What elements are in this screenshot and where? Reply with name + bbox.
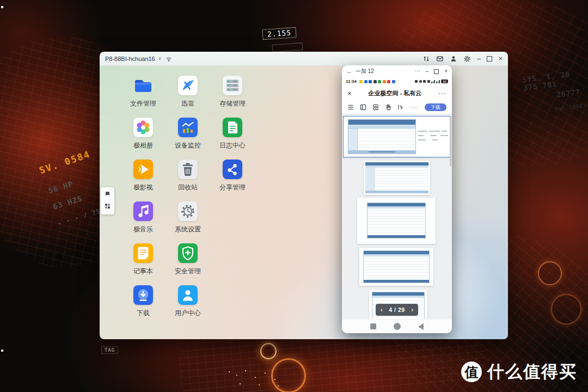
- app-grid: 文件管理迅雷存储管理极相册设备监控日志中心极影视回收站分享管理极音乐系统设置记事…: [121, 76, 255, 318]
- app-label: 用户中心: [175, 309, 201, 318]
- app-label: 极相册: [133, 141, 153, 150]
- minimize-button[interactable]: –: [477, 55, 481, 62]
- table-merged-column: [348, 128, 358, 150]
- bird-icon: [178, 76, 198, 95]
- folder-icon: [133, 76, 153, 95]
- doc-page-thumbnail[interactable]: [357, 198, 436, 244]
- phone-window-titlebar: ← 一加 12 ··· – ×: [342, 65, 452, 77]
- next-page-icon[interactable]: ›: [411, 307, 413, 313]
- close-button[interactable]: ×: [498, 55, 503, 62]
- notepad-icon: [133, 243, 153, 263]
- app-shortcut-share[interactable]: 分享管理: [210, 160, 255, 192]
- back-button[interactable]: [418, 323, 424, 330]
- doc-page-current[interactable]: [343, 116, 451, 157]
- gear-icon[interactable]: [463, 55, 471, 63]
- app-label: 日志中心: [219, 141, 246, 150]
- flower-icon: [133, 118, 153, 137]
- corner-dot: [1, 6, 3, 8]
- phone-mirror-window: ← 一加 12 ··· – × 11:34 93 × 企业极空间 - 私有云 ·…: [342, 65, 452, 333]
- watermark-brand: 什么值得买: [487, 360, 577, 383]
- trash-icon: [178, 160, 198, 179]
- app-label: 极音乐: [133, 225, 153, 234]
- app-label: 分享管理: [219, 183, 246, 192]
- app-shortcut-chart[interactable]: 设备监控: [166, 118, 210, 150]
- table-overflow-text: [418, 135, 424, 136]
- more-menu-icon[interactable]: ···: [438, 89, 446, 97]
- table-overflow-text: [418, 139, 426, 140]
- home-button[interactable]: [394, 323, 401, 330]
- app-shortcut-download[interactable]: 下载: [121, 285, 166, 318]
- phone-statusbar: 11:34 93: [342, 77, 452, 85]
- back-arrow-icon[interactable]: ←: [346, 68, 352, 75]
- page-number-label: 4 / 29: [389, 307, 405, 313]
- download-icon: [133, 285, 153, 305]
- app-shortcut-play[interactable]: 极影视: [121, 160, 166, 192]
- site-watermark: 值 什么值得买: [461, 360, 577, 383]
- user-icon: [178, 285, 198, 305]
- scrollbar[interactable]: [450, 116, 451, 166]
- maximize-button[interactable]: [487, 56, 492, 62]
- app-shortcut-trash[interactable]: 回收站: [166, 160, 210, 192]
- app-shortcut-gear[interactable]: 系统设置: [166, 201, 210, 234]
- minimize-button[interactable]: –: [426, 69, 429, 74]
- more-menu-icon[interactable]: ···: [415, 69, 420, 74]
- app-grid-icon[interactable]: [103, 202, 112, 212]
- app-shortcut-bird[interactable]: 迅雷: [166, 76, 210, 108]
- table-overflow-text: [418, 131, 427, 132]
- gear-icon: [178, 201, 198, 221]
- app-shortcut-note[interactable]: 极音乐: [121, 201, 166, 234]
- outline-menu-icon[interactable]: [347, 104, 354, 111]
- close-icon[interactable]: ×: [347, 89, 352, 97]
- message-icon[interactable]: [436, 55, 444, 63]
- app-label: 文件管理: [130, 99, 156, 108]
- app-shortcut-shield[interactable]: 安全管理: [166, 243, 210, 276]
- account-icon[interactable]: [450, 55, 457, 63]
- select-cursor-icon[interactable]: [397, 104, 404, 111]
- shield-icon: [178, 243, 198, 263]
- app-shortcut-flower[interactable]: 极相册: [121, 118, 166, 150]
- transfer-icon[interactable]: [422, 55, 430, 63]
- document-page-list[interactable]: ‹ 4 / 29 ›: [342, 114, 452, 319]
- app-shortcut-server[interactable]: 存储管理: [210, 76, 255, 108]
- toolbar-more-icon[interactable]: ···: [411, 104, 419, 111]
- doc-search-icon[interactable]: [372, 104, 379, 111]
- desktop-side-tab[interactable]: [101, 187, 114, 215]
- chart-icon: [178, 118, 198, 137]
- clock-time: 11:34: [346, 79, 357, 84]
- hand-pan-icon[interactable]: [385, 104, 391, 111]
- app-shortcut-user[interactable]: 用户中心: [166, 285, 210, 318]
- corner-dot: [1, 350, 3, 352]
- table-body-rows: [348, 128, 415, 150]
- alarm-icon: [419, 80, 422, 83]
- app-shortcut-notepad[interactable]: 记事本: [121, 243, 166, 276]
- table-merged-column: [365, 168, 375, 191]
- table-overflow-text: [429, 131, 440, 132]
- volte-icon: [427, 80, 430, 83]
- table-overflow-text: [442, 131, 447, 132]
- device-selector[interactable]: P8-88BI-hchuan16 ∨: [105, 55, 173, 63]
- notification-app-icon: [359, 80, 363, 83]
- doc-page-thumbnail[interactable]: [359, 248, 433, 286]
- display-icon[interactable]: [103, 189, 112, 200]
- app-label: 设备监控: [175, 141, 201, 150]
- layout-panel-icon[interactable]: [360, 104, 366, 111]
- notification-app-icon: [378, 80, 381, 83]
- spark-dots: [229, 371, 230, 372]
- app-shortcut-folder[interactable]: 文件管理: [121, 76, 166, 108]
- chevron-down-icon: ∨: [158, 56, 162, 61]
- battery-indicator: 93: [441, 79, 448, 83]
- share-icon: [223, 160, 242, 179]
- page-indicator: ‹ 4 / 29 ›: [376, 304, 418, 316]
- notification-app-icon: [364, 80, 367, 83]
- recents-button[interactable]: [370, 323, 376, 329]
- nas-titlebar: P8-88BI-hchuan16 ∨: [100, 52, 508, 66]
- app-shortcut-doc[interactable]: 日志中心: [210, 118, 255, 150]
- maximize-button[interactable]: [434, 69, 439, 74]
- table-overflow-text: [440, 135, 448, 136]
- prev-page-icon[interactable]: ‹: [381, 307, 383, 313]
- doc-page-thumbnail[interactable]: [364, 161, 430, 195]
- close-button[interactable]: ×: [444, 69, 448, 74]
- download-button[interactable]: 下载: [425, 103, 446, 111]
- bluetooth-icon: [423, 80, 426, 83]
- wifi-status-icon: [165, 55, 173, 63]
